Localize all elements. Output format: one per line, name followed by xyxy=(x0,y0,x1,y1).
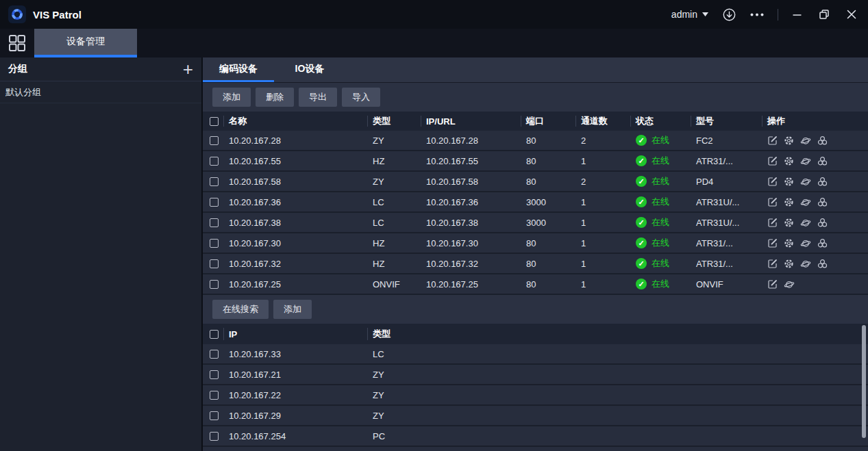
row-checkbox[interactable] xyxy=(210,411,219,420)
cell-ip: 10.20.167.22 xyxy=(223,390,367,400)
row-checkbox[interactable] xyxy=(210,350,219,359)
row-checkbox-cell xyxy=(203,198,223,207)
cell-ip: 10.20.167.29 xyxy=(223,411,367,421)
row-actions xyxy=(762,238,868,248)
planet-icon[interactable] xyxy=(800,238,811,248)
row-checkbox[interactable] xyxy=(210,198,219,207)
gear-icon[interactable] xyxy=(784,197,794,207)
edit-icon[interactable] xyxy=(767,279,778,289)
online-check-icon: ✓ xyxy=(636,237,647,248)
more-options-button[interactable] xyxy=(750,13,764,16)
row-checkbox[interactable] xyxy=(210,157,219,166)
cell-name: 10.20.167.25 xyxy=(223,279,367,289)
edit-icon[interactable] xyxy=(767,218,778,228)
online-search-button[interactable]: 在线搜索 xyxy=(212,300,269,319)
tab-io-devices[interactable]: IO设备 xyxy=(274,57,345,82)
row-actions xyxy=(762,279,868,289)
close-button[interactable] xyxy=(846,9,857,20)
add-group-button[interactable]: + xyxy=(183,62,193,76)
planet-icon[interactable] xyxy=(784,279,795,289)
sidebar-item-default-group[interactable]: 默认分组 xyxy=(0,81,201,103)
gear-icon[interactable] xyxy=(784,238,794,248)
online-check-icon: ✓ xyxy=(636,155,647,166)
cell-port: 80 xyxy=(521,279,575,289)
minimize-button[interactable] xyxy=(792,10,802,20)
user-menu[interactable]: admin xyxy=(671,9,708,20)
row-checkbox[interactable] xyxy=(210,432,219,441)
add-device-button[interactable]: 添加 xyxy=(212,88,251,107)
cell-type: ZY xyxy=(367,390,868,400)
planet-icon[interactable] xyxy=(800,136,811,146)
edit-icon[interactable] xyxy=(767,177,778,187)
row-actions xyxy=(762,259,868,269)
cluster-icon[interactable] xyxy=(817,218,828,228)
gear-icon[interactable] xyxy=(784,259,794,269)
gear-icon[interactable] xyxy=(784,177,794,187)
row-checkbox[interactable] xyxy=(210,239,219,248)
cell-type: HZ xyxy=(367,259,421,269)
planet-icon[interactable] xyxy=(800,259,811,269)
edit-icon[interactable] xyxy=(767,156,778,166)
edit-icon[interactable] xyxy=(767,136,778,146)
row-checkbox[interactable] xyxy=(210,259,219,268)
row-checkbox-cell xyxy=(203,350,223,359)
cell-port: 3000 xyxy=(521,197,575,207)
row-checkbox[interactable] xyxy=(210,280,219,289)
header-checkbox-cell xyxy=(203,324,223,344)
vertical-scrollbar[interactable] xyxy=(862,325,866,438)
cell-ip: 10.20.167.30 xyxy=(421,238,521,248)
device-toolbar: 添加删除导出导入 xyxy=(203,83,868,112)
column-header: 通道数 xyxy=(575,112,630,131)
discovered-table-row: 10.20.167.33LC xyxy=(203,344,868,365)
device-table-row: 10.20.167.25ONVIF10.20.167.25801✓在线ONVIF xyxy=(203,274,868,295)
import-button[interactable]: 导入 xyxy=(342,88,380,107)
gear-icon[interactable] xyxy=(784,218,794,228)
edit-icon[interactable] xyxy=(767,238,778,248)
cell-port: 80 xyxy=(521,259,575,269)
row-checkbox-cell xyxy=(203,411,223,420)
row-checkbox[interactable] xyxy=(210,370,219,379)
groups-sidebar: 分组 + 默认分组 xyxy=(0,57,203,451)
cluster-icon[interactable] xyxy=(817,136,828,146)
select-all-checkbox[interactable] xyxy=(210,330,219,339)
row-checkbox[interactable] xyxy=(210,177,219,186)
planet-icon[interactable] xyxy=(800,177,811,187)
cluster-icon[interactable] xyxy=(817,177,828,187)
select-all-checkbox[interactable] xyxy=(210,117,219,126)
row-checkbox[interactable] xyxy=(210,136,219,145)
gear-icon[interactable] xyxy=(784,136,794,146)
online-check-icon: ✓ xyxy=(636,279,647,289)
cluster-icon[interactable] xyxy=(817,197,828,207)
discovered-table-row: 10.20.167.254PC xyxy=(203,426,868,447)
cell-type: ZY xyxy=(367,370,868,380)
tab-device-management[interactable]: 设备管理 xyxy=(34,29,137,57)
tab-encoding-devices[interactable]: 编码设备 xyxy=(203,57,274,82)
cell-model: ATR31U/... xyxy=(691,218,762,228)
add-discovered-button[interactable]: 添加 xyxy=(273,300,312,319)
row-checkbox[interactable] xyxy=(210,218,219,227)
device-table-row: 10.20.167.38LC10.20.167.3830001✓在线ATR31U… xyxy=(203,213,868,233)
maximize-button[interactable] xyxy=(819,9,830,20)
export-button[interactable]: 导出 xyxy=(299,88,337,107)
edit-icon[interactable] xyxy=(767,259,778,269)
status-badge: ✓在线 xyxy=(630,257,691,270)
cluster-icon[interactable] xyxy=(817,156,828,166)
download-button[interactable] xyxy=(722,8,736,22)
cluster-icon[interactable] xyxy=(817,238,828,248)
planet-icon[interactable] xyxy=(800,218,811,228)
row-actions xyxy=(762,156,868,166)
column-header: 名称 xyxy=(223,112,367,131)
edit-icon[interactable] xyxy=(767,197,778,207)
discovery-toolbar: 在线搜索添加 xyxy=(203,295,868,324)
cluster-icon[interactable] xyxy=(817,259,828,269)
planet-icon[interactable] xyxy=(800,156,811,166)
delete-device-button[interactable]: 删除 xyxy=(256,88,294,107)
planet-icon[interactable] xyxy=(800,197,811,207)
row-checkbox[interactable] xyxy=(210,391,219,400)
cell-model: PD4 xyxy=(691,177,762,187)
online-check-icon: ✓ xyxy=(636,217,647,228)
apps-grid-icon[interactable] xyxy=(8,34,26,52)
chevron-down-icon xyxy=(702,12,708,16)
gear-icon[interactable] xyxy=(784,156,794,166)
row-checkbox-cell xyxy=(203,391,223,400)
